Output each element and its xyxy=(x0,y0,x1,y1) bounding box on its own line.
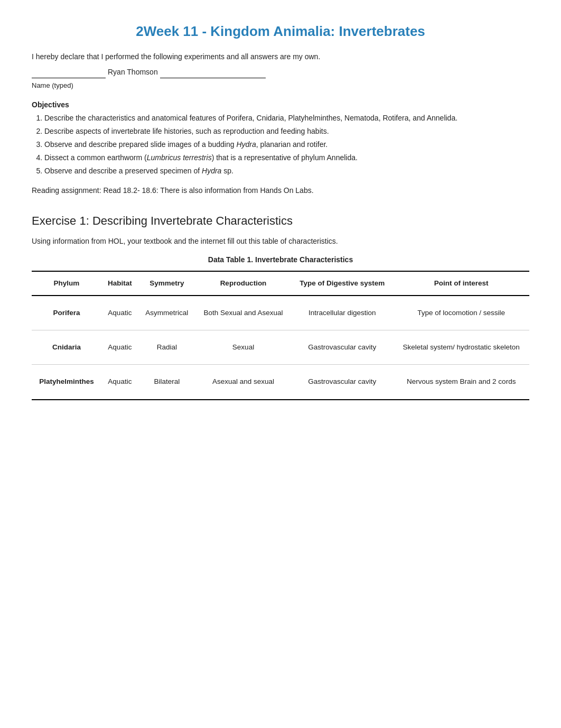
col-digestive: Type of Digestive system xyxy=(291,271,393,296)
table-header-row: Phylum Habitat Symmetry Reproduction Typ… xyxy=(32,271,529,296)
cell-digestive-porifera: Intracellular digestion xyxy=(291,296,393,330)
signature-name: Ryan Thomson xyxy=(108,67,158,78)
col-interest: Point of interest xyxy=(393,271,529,296)
exercise-1-title: Exercise 1: Describing Invertebrate Char… xyxy=(32,212,529,229)
cell-reproduction-cnidaria: Sexual xyxy=(195,330,292,365)
declaration-text: I hereby declare that I performed the fo… xyxy=(32,51,529,62)
cell-habitat-platyhelminthes: Aquatic xyxy=(101,365,138,400)
cell-habitat-porifera: Aquatic xyxy=(101,296,138,330)
col-reproduction: Reproduction xyxy=(195,271,292,296)
table-row: Platyhelminthes Aquatic Bilateral Asexua… xyxy=(32,365,529,400)
cell-habitat-cnidaria: Aquatic xyxy=(101,330,138,365)
objective-4: Dissect a common earthworm (Lumbricus te… xyxy=(44,152,529,163)
table-row: Cnidaria Aquatic Radial Sexual Gastrovas… xyxy=(32,330,529,365)
objectives-list: Describe the characteristics and anatomi… xyxy=(44,113,529,177)
cell-interest-platyhelminthes: Nervous system Brain and 2 cords xyxy=(393,365,529,400)
cell-phylum-cnidaria: Cnidaria xyxy=(32,330,101,365)
exercise-1-description: Using information from HOL, your textboo… xyxy=(32,236,529,247)
objective-3: Observe and describe prepared slide imag… xyxy=(44,139,529,150)
objective-1: Describe the characteristics and anatomi… xyxy=(44,113,529,124)
signature-suffix xyxy=(160,67,266,78)
col-symmetry: Symmetry xyxy=(138,271,195,296)
name-typed-label: Name (typed) xyxy=(32,80,529,91)
cell-symmetry-porifera: Asymmetrical xyxy=(138,296,195,330)
cell-symmetry-cnidaria: Radial xyxy=(138,330,195,365)
cell-interest-cnidaria: Skeletal system/ hydrostatic skeleton xyxy=(393,330,529,365)
cell-phylum-platyhelminthes: Platyhelminthes xyxy=(32,365,101,400)
reading-assignment: Reading assignment: Read 18.2- 18.6: The… xyxy=(32,185,529,196)
characteristics-table: Phylum Habitat Symmetry Reproduction Typ… xyxy=(32,271,529,400)
cell-digestive-cnidaria: Gastrovascular cavity xyxy=(291,330,393,365)
cell-reproduction-platyhelminthes: Asexual and sexual xyxy=(195,365,292,400)
page-title: 2Week 11 - Kingdom Animalia: Invertebrat… xyxy=(32,21,529,42)
objectives-label: Objectives xyxy=(32,99,529,110)
objective-5: Observe and describe a preserved specime… xyxy=(44,165,529,177)
table-row: Porifera Aquatic Asymmetrical Both Sexua… xyxy=(32,296,529,330)
cell-interest-porifera: Type of locomotion / sessile xyxy=(393,296,529,330)
signature-prefix xyxy=(32,67,106,78)
col-phylum: Phylum xyxy=(32,271,101,296)
objective-2: Describe aspects of invertebrate life hi… xyxy=(44,126,529,137)
signature-line: Ryan Thomson xyxy=(32,67,529,78)
cell-phylum-porifera: Porifera xyxy=(32,296,101,330)
cell-reproduction-porifera: Both Sexual and Asexual xyxy=(195,296,292,330)
exercise-1-section: Exercise 1: Describing Invertebrate Char… xyxy=(32,212,529,400)
table-title: Data Table 1. Invertebrate Characteristi… xyxy=(32,254,529,265)
cell-digestive-platyhelminthes: Gastrovascular cavity xyxy=(291,365,393,400)
cell-symmetry-platyhelminthes: Bilateral xyxy=(138,365,195,400)
col-habitat: Habitat xyxy=(101,271,138,296)
